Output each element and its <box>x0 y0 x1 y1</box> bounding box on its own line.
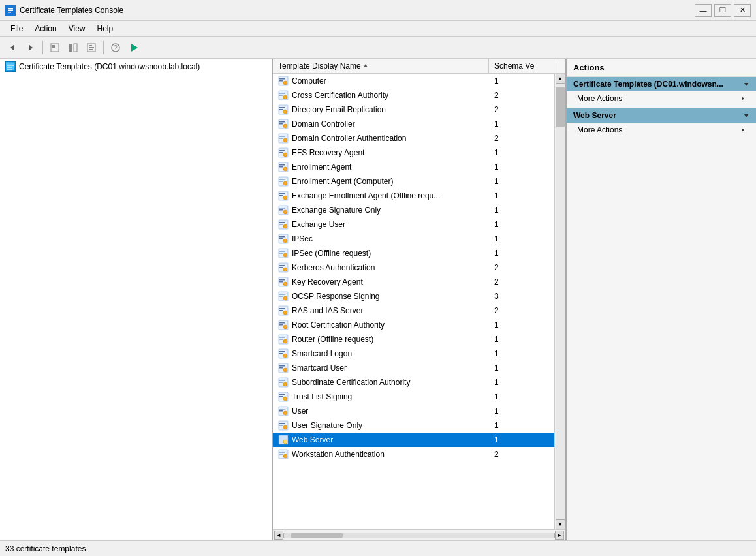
table-row[interactable]: Smartcard Logon 1 <box>273 347 554 361</box>
svg-rect-31 <box>279 107 285 108</box>
svg-point-125 <box>283 440 287 444</box>
svg-rect-28 <box>279 95 283 96</box>
svg-point-37 <box>283 124 287 128</box>
svg-point-25 <box>283 81 287 85</box>
restore-button[interactable]: ❐ <box>714 4 731 17</box>
table-row[interactable]: Smartcard User 1 <box>273 361 554 375</box>
row-name-15: OCSP Response Signing <box>273 290 489 302</box>
table-row[interactable]: Exchange Signature Only 1 <box>273 203 554 217</box>
table-row[interactable]: Web Server 1 <box>273 433 554 447</box>
run-button[interactable] <box>125 39 142 56</box>
close-button[interactable]: ✕ <box>734 4 751 17</box>
row-name-5: EFS Recovery Agent <box>273 147 489 159</box>
table-row[interactable]: Subordinate Certification Authority 1 <box>273 375 554 390</box>
left-pane: Certificate Templates (DC01.windowsnoob.… <box>0 59 273 540</box>
table-row[interactable]: User Signature Only 1 <box>273 418 554 433</box>
table-row[interactable]: OCSP Response Signing 3 <box>273 289 554 303</box>
svg-point-97 <box>283 339 287 343</box>
table-row[interactable]: Router (Offline request) 1 <box>273 332 554 347</box>
scroll-thumb[interactable] <box>556 87 565 127</box>
toolbar-sep-1 <box>42 41 43 54</box>
actions-section-2-more-actions[interactable]: More Actions <box>567 123 756 137</box>
table-row[interactable]: Workstation Authentication 2 <box>273 447 554 461</box>
svg-rect-36 <box>279 123 283 125</box>
svg-rect-116 <box>279 410 283 412</box>
title-bar-left: Certificate Templates Console <box>5 5 123 16</box>
table-row[interactable]: IPSec (Offline request) 1 <box>273 246 554 260</box>
svg-point-129 <box>283 454 287 458</box>
horizontal-scrollbar[interactable]: ◄ ► <box>273 529 565 540</box>
row-schema-21: 1 <box>489 377 554 388</box>
cert-icon-5 <box>278 147 289 158</box>
help-button[interactable]: ? <box>107 39 124 56</box>
svg-rect-92 <box>279 324 283 326</box>
table-row[interactable]: Cross Certification Authority 2 <box>273 88 554 102</box>
vertical-scrollbar[interactable]: ▲ ▼ <box>554 74 565 529</box>
scroll-track[interactable] <box>556 84 565 519</box>
table-body: Computer 1 Cross Certification Authority… <box>273 74 554 529</box>
svg-rect-79 <box>279 279 285 281</box>
table-row[interactable]: User 1 <box>273 404 554 418</box>
menu-view[interactable]: View <box>63 23 91 35</box>
table-row[interactable]: Directory Email Replication 2 <box>273 102 554 117</box>
svg-rect-44 <box>279 152 283 153</box>
table-row[interactable]: Key Recovery Agent 2 <box>273 275 554 289</box>
svg-rect-76 <box>279 267 283 268</box>
menu-help[interactable]: Help <box>92 23 119 35</box>
row-name-8: Exchange Enrollment Agent (Offline requ.… <box>273 190 489 202</box>
back-button[interactable] <box>4 39 21 56</box>
row-schema-2: 2 <box>489 104 554 115</box>
svg-rect-84 <box>279 296 283 297</box>
properties-button[interactable] <box>83 39 100 56</box>
row-schema-24: 1 <box>489 420 554 431</box>
table-row[interactable]: Enrollment Agent (Computer) 1 <box>273 174 554 189</box>
h-scroll-thumb[interactable] <box>291 533 343 538</box>
table-row[interactable]: Root Certification Authority 1 <box>273 318 554 332</box>
table-row[interactable]: Kerberos Authentication 2 <box>273 260 554 275</box>
col-name-header[interactable]: Template Display Name <box>273 59 489 73</box>
table-row[interactable]: Domain Controller Authentication 2 <box>273 131 554 146</box>
scroll-right-arrow[interactable]: ► <box>555 531 564 540</box>
show-hide-button[interactable] <box>65 39 82 56</box>
forward-button[interactable] <box>22 39 39 56</box>
col-schema-header[interactable]: Schema Ve <box>489 59 554 73</box>
actions-section-1-title[interactable]: Certificate Templates (DC01.windowsn... <box>567 77 756 91</box>
svg-marker-21 <box>364 64 368 67</box>
app-icon <box>5 5 16 16</box>
cert-icon-24 <box>278 420 289 431</box>
row-schema-22: 1 <box>489 392 554 402</box>
left-pane-item[interactable]: Certificate Templates (DC01.windowsnoob.… <box>0 59 272 74</box>
svg-rect-8 <box>69 44 72 52</box>
svg-rect-56 <box>279 195 283 196</box>
table-row[interactable]: EFS Recovery Agent 1 <box>273 146 554 160</box>
minimize-button[interactable]: — <box>695 4 712 17</box>
scroll-down-arrow[interactable]: ▼ <box>556 519 565 529</box>
menu-file[interactable]: File <box>5 23 28 35</box>
scroll-left-arrow[interactable]: ◄ <box>274 531 283 540</box>
table-row[interactable]: RAS and IAS Server 2 <box>273 303 554 318</box>
svg-rect-9 <box>74 44 77 52</box>
cert-icon-25 <box>278 435 289 445</box>
table-row[interactable]: Exchange Enrollment Agent (Offline requ.… <box>273 189 554 203</box>
table-scroll-container: Computer 1 Cross Certification Authority… <box>273 74 565 529</box>
actions-section-1-more-actions[interactable]: More Actions <box>567 91 756 106</box>
svg-point-117 <box>283 411 287 415</box>
row-name-4: Domain Controller Authentication <box>273 132 489 144</box>
up-button[interactable] <box>46 39 63 56</box>
h-scroll-track[interactable] <box>283 533 555 538</box>
table-row[interactable]: Domain Controller 1 <box>273 117 554 131</box>
table-row[interactable]: Trust List Signing 1 <box>273 390 554 404</box>
svg-point-121 <box>283 425 287 429</box>
table-row[interactable]: Exchange User 1 <box>273 217 554 232</box>
table-row[interactable]: Enrollment Agent 1 <box>273 160 554 174</box>
cert-icon-10 <box>278 219 289 230</box>
row-name-12: IPSec (Offline request) <box>273 247 489 259</box>
table-row[interactable]: IPSec 1 <box>273 232 554 246</box>
svg-text:?: ? <box>114 44 118 52</box>
menu-action[interactable]: Action <box>29 23 61 35</box>
scroll-up-arrow[interactable]: ▲ <box>556 74 565 84</box>
cert-icon-16 <box>278 305 289 316</box>
actions-section-2-title[interactable]: Web Server <box>567 108 756 123</box>
table-row[interactable]: Computer 1 <box>273 74 554 88</box>
row-name-18: Router (Offline request) <box>273 333 489 345</box>
